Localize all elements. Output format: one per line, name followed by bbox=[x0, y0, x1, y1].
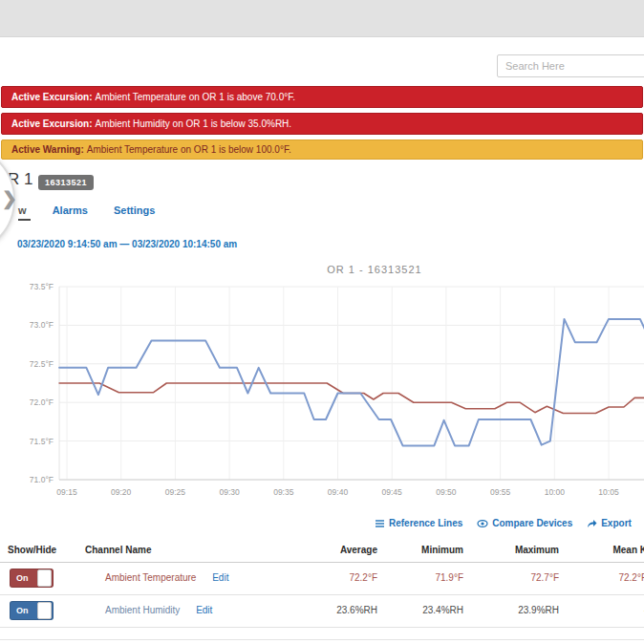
svg-text:09:15: 09:15 bbox=[56, 487, 77, 497]
average-value: 72.2°F bbox=[296, 572, 377, 583]
toggle-knob bbox=[37, 569, 52, 587]
top-nav-bar bbox=[0, 0, 644, 37]
search-input[interactable] bbox=[497, 54, 644, 77]
export-button[interactable]: Export bbox=[587, 518, 632, 528]
minimum-value: 71.9°F bbox=[382, 572, 463, 583]
show-hide-toggle[interactable]: On bbox=[10, 601, 54, 620]
show-hide-toggle[interactable]: On bbox=[10, 569, 54, 588]
alert-banner-warning-temperature[interactable]: Active Warning:Ambient Temperature on OR… bbox=[1, 140, 643, 160]
alert-label: Active Warning: bbox=[11, 144, 84, 155]
maximum-value: 23.9%RH bbox=[478, 605, 559, 615]
line-chart: OR 1 - 1631352173.5°F73.0°F72.5°F72.0°F7… bbox=[0, 258, 644, 512]
tab-alarms[interactable]: Alarms bbox=[53, 204, 88, 216]
mean-kinetic-value: - bbox=[573, 605, 644, 615]
compare-devices-button[interactable]: Compare Devices bbox=[477, 518, 572, 528]
tab-overview[interactable]: w bbox=[18, 204, 27, 216]
svg-text:09:50: 09:50 bbox=[436, 487, 457, 497]
divider bbox=[0, 639, 644, 640]
device-id-badge: 16313521 bbox=[38, 175, 94, 190]
edit-channel-link[interactable]: Edit bbox=[212, 572, 228, 583]
alert-label: Active Excursion: bbox=[11, 92, 92, 102]
toggle-knob bbox=[37, 602, 52, 619]
svg-text:71.5°F: 71.5°F bbox=[30, 437, 54, 446]
alert-banner-excursion-temperature[interactable]: Active Excursion:Ambient Temperature on … bbox=[1, 86, 643, 108]
svg-text:09:25: 09:25 bbox=[165, 487, 186, 497]
eye-icon bbox=[477, 519, 488, 528]
col-header-maximum: Maximum bbox=[478, 545, 559, 555]
col-header-minimum: Minimum bbox=[382, 545, 463, 555]
svg-text:10:05: 10:05 bbox=[598, 487, 619, 497]
channel-name: Ambient Humidity bbox=[105, 605, 180, 615]
export-arrow-icon bbox=[587, 519, 597, 528]
active-tab-indicator bbox=[18, 219, 31, 221]
svg-text:71.0°F: 71.0°F bbox=[30, 475, 54, 484]
mean-kinetic-value: 72.2°F bbox=[573, 572, 644, 583]
svg-text:73.0°F: 73.0°F bbox=[30, 320, 54, 330]
minimum-value: 23.4%RH bbox=[382, 605, 463, 615]
svg-text:OR 1 - 16313521: OR 1 - 16313521 bbox=[327, 264, 421, 275]
chart-svg: OR 1 - 1631352173.5°F73.0°F72.5°F72.0°F7… bbox=[0, 258, 644, 512]
svg-text:09:30: 09:30 bbox=[219, 487, 240, 497]
svg-text:72.0°F: 72.0°F bbox=[30, 397, 54, 407]
alert-label: Active Excursion: bbox=[11, 118, 92, 129]
chevron-right-icon[interactable]: ❯ bbox=[2, 187, 17, 209]
col-header-mean-kinetic: Mean K bbox=[573, 545, 644, 555]
alert-message: Ambient Humidity on OR 1 is below 35.0%R… bbox=[95, 118, 291, 129]
page: Active Excursion:Ambient Temperature on … bbox=[0, 0, 644, 644]
table-row: On Ambient Temperature Edit 72.2°F 71.9°… bbox=[0, 562, 644, 595]
table-row: On Ambient Humidity Edit 23.6%RH 23.4%RH… bbox=[0, 594, 644, 628]
average-value: 23.6%RH bbox=[296, 605, 377, 615]
svg-text:72.5°F: 72.5°F bbox=[30, 359, 54, 369]
col-header-channel-name: Channel Name bbox=[85, 545, 151, 555]
date-range-link[interactable]: 03/23/2020 9:14:50 am — 03/23/2020 10:14… bbox=[17, 239, 237, 249]
svg-text:10:00: 10:00 bbox=[545, 487, 566, 497]
svg-text:09:40: 09:40 bbox=[328, 487, 349, 497]
chart-actions: Reference Lines Compare Devices Export U… bbox=[375, 518, 644, 528]
table-header-row: Show/Hide Channel Name Average Minimum M… bbox=[0, 539, 644, 563]
alert-banner-excursion-humidity[interactable]: Active Excursion:Ambient Humidity on OR … bbox=[1, 113, 643, 135]
svg-text:09:20: 09:20 bbox=[111, 487, 132, 497]
svg-text:73.5°F: 73.5°F bbox=[30, 282, 54, 291]
tab-bar: w Alarms Settings bbox=[18, 204, 178, 216]
svg-text:09:55: 09:55 bbox=[490, 487, 511, 497]
channel-name: Ambient Temperature bbox=[105, 572, 196, 583]
maximum-value: 72.7°F bbox=[478, 572, 559, 583]
col-header-average: Average bbox=[296, 545, 377, 555]
alert-message: Ambient Temperature on OR 1 is below 100… bbox=[87, 144, 291, 155]
alert-message: Ambient Temperature on OR 1 is above 70.… bbox=[95, 92, 294, 102]
edit-channel-link[interactable]: Edit bbox=[196, 605, 212, 615]
reference-lines-icon bbox=[375, 519, 385, 528]
reference-lines-button[interactable]: Reference Lines bbox=[375, 518, 462, 528]
tab-settings[interactable]: Settings bbox=[114, 204, 155, 216]
svg-text:09:35: 09:35 bbox=[273, 487, 294, 497]
svg-text:09:45: 09:45 bbox=[382, 487, 403, 497]
col-header-show-hide: Show/Hide bbox=[8, 545, 56, 555]
